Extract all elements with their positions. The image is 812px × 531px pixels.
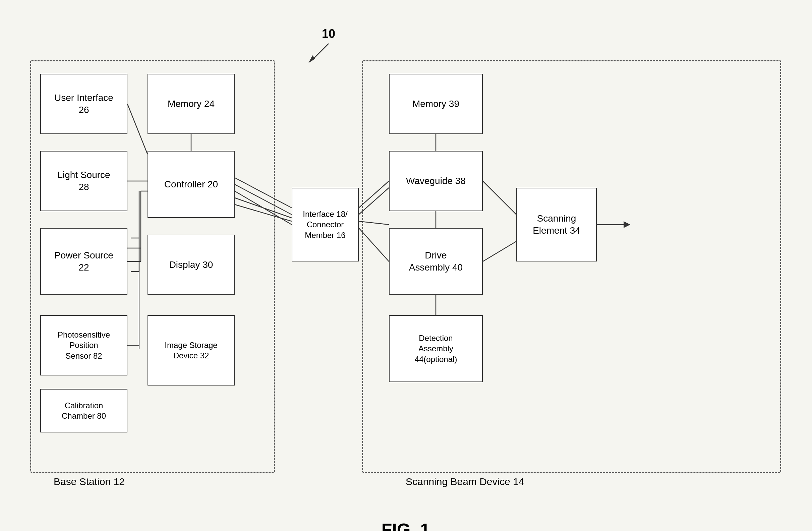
user-interface-box: User Interface26: [40, 74, 127, 134]
image-storage-box: Image StorageDevice 32: [147, 315, 235, 385]
calibration-chamber-box: CalibrationChamber 80: [40, 389, 127, 432]
detection-assembly-box: DetectionAssembly44(optional): [389, 315, 483, 382]
photosensitive-sensor-box: PhotosensitivePositionSensor 82: [40, 315, 127, 375]
memory-24-box: Memory 24: [147, 74, 235, 134]
drive-assembly-box: DriveAssembly 40: [389, 228, 483, 295]
diagram-reference-number: 10: [322, 27, 335, 41]
scanning-device-label: Scanning Beam Device 14: [406, 476, 524, 487]
waveguide-box: Waveguide 38: [389, 151, 483, 211]
display-box: Display 30: [147, 235, 235, 295]
light-source-box: Light Source28: [40, 151, 127, 211]
interface-connector-box: Interface 18/ConnectorMember 16: [292, 188, 359, 262]
base-station-label: Base Station 12: [54, 476, 125, 487]
svg-line-0: [312, 44, 329, 60]
power-source-box: Power Source22: [40, 228, 127, 295]
svg-marker-1: [308, 55, 315, 63]
fig-label: FIG. 1: [381, 520, 430, 531]
memory-39-box: Memory 39: [389, 74, 483, 134]
scanning-element-box: ScanningElement 34: [516, 188, 597, 262]
controller-box: Controller 20: [147, 151, 235, 218]
